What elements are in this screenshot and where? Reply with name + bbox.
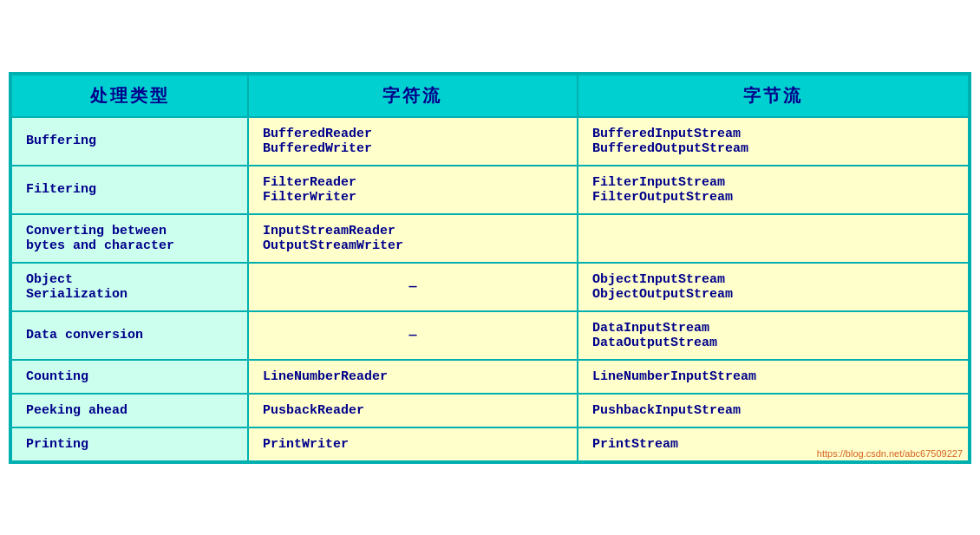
type-cell: Filtering — [11, 166, 248, 214]
byte-stream-cell: FilterInputStreamFilterOutputStream — [578, 166, 969, 214]
byte-stream-cell: ObjectInputStreamObjectOutputStream — [578, 263, 969, 311]
byte-stream-cell — [578, 214, 969, 263]
char-stream-cell: LineNumberReader — [248, 360, 578, 394]
table-row: Converting between bytes and characterIn… — [11, 214, 969, 263]
type-cell: Buffering — [11, 117, 248, 166]
byte-stream-cell: PushbackInputStream — [578, 394, 969, 427]
type-cell: Counting — [11, 360, 248, 394]
header-char-stream: 字符流 — [248, 75, 578, 117]
table-row: CountingLineNumberReaderLineNumberInputS… — [11, 360, 969, 394]
char-stream-cell: — — [248, 311, 578, 360]
byte-stream-cell: BufferedInputStreamBufferedOutputStream — [578, 117, 969, 166]
table-row: Object Serialization—ObjectInputStreamOb… — [11, 263, 969, 311]
table-row: Peeking aheadPusbackReaderPushbackInputS… — [11, 394, 969, 427]
header-type: 处理类型 — [11, 75, 248, 117]
char-stream-cell: FilterReaderFilterWriter — [248, 166, 578, 214]
char-stream-cell: — — [248, 263, 578, 311]
char-stream-cell: InputStreamReaderOutputStreamWriter — [248, 214, 578, 263]
table-row: BufferingBufferedReaderBufferedWriterBuf… — [11, 117, 969, 166]
type-cell: Converting between bytes and character — [11, 214, 248, 263]
table-header-row: 处理类型 字符流 字节流 — [11, 75, 969, 117]
type-cell: Object Serialization — [11, 263, 248, 311]
type-cell: Data conversion — [11, 311, 248, 360]
table-row: Data conversion—DataInputStreamDataOutpu… — [11, 311, 969, 360]
header-byte-stream: 字节流 — [578, 75, 969, 117]
type-cell: Peeking ahead — [11, 394, 248, 427]
watermark: https://blog.csdn.net/abc67509227 — [817, 448, 963, 459]
io-table-container: 处理类型 字符流 字节流 BufferingBufferedReaderBuff… — [9, 72, 971, 464]
char-stream-cell: BufferedReaderBufferedWriter — [248, 117, 578, 166]
table-row: FilteringFilterReaderFilterWriterFilterI… — [11, 166, 969, 214]
char-stream-cell: PrintWriter — [248, 427, 578, 461]
char-stream-cell: PusbackReader — [248, 394, 578, 427]
type-cell: Printing — [11, 427, 248, 461]
byte-stream-cell: LineNumberInputStream — [578, 360, 969, 394]
io-streams-table: 处理类型 字符流 字节流 BufferingBufferedReaderBuff… — [10, 74, 970, 462]
byte-stream-cell: DataInputStreamDataOutputStream — [578, 311, 969, 360]
